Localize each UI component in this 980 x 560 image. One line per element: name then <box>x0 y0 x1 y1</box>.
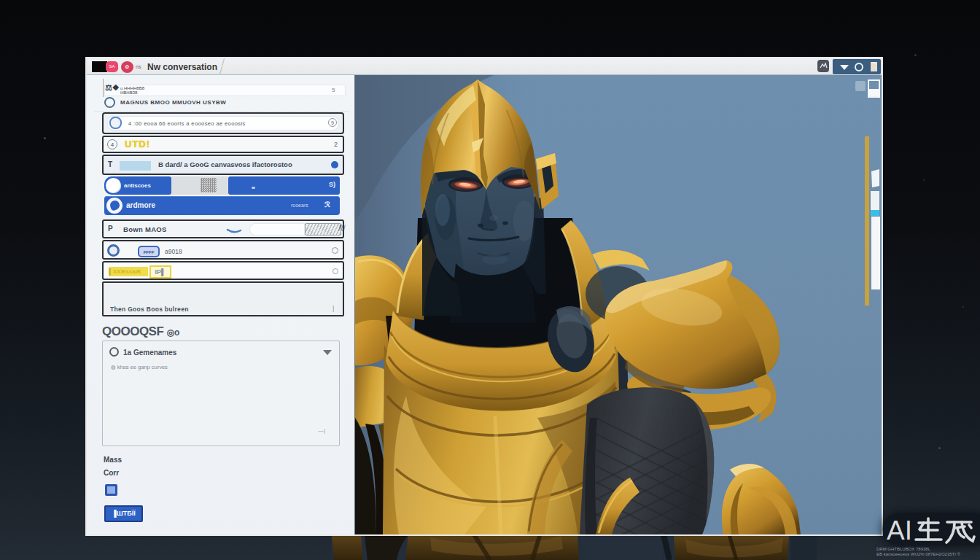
svg-text:AI: AI <box>887 516 912 545</box>
